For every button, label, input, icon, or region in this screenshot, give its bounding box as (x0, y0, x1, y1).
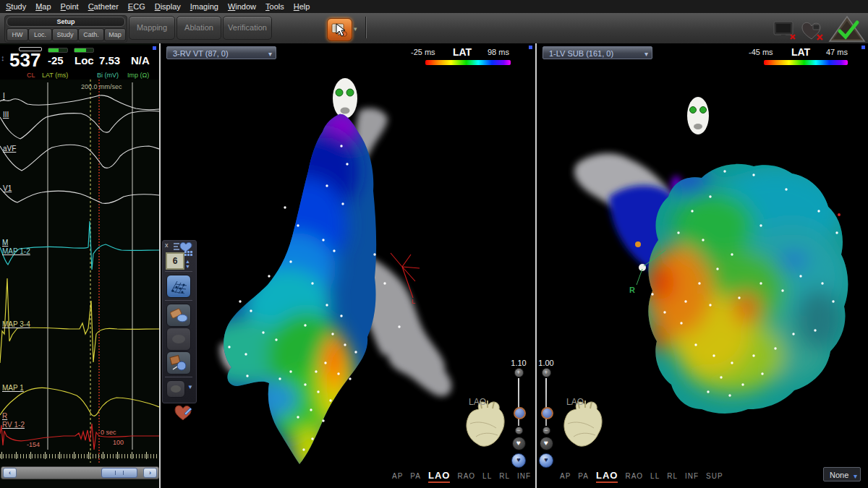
channel-cycle-icon[interactable]: ↕ (1, 53, 5, 62)
menu-map[interactable]: Map (35, 2, 51, 11)
rv-projection-label: LAO (469, 397, 486, 407)
rv-orientation-row: AP PA LAO RAO LL RL INF SUP (392, 470, 556, 483)
menu-bar: Study Map Point Catheter ECG Display Ima… (0, 0, 868, 13)
annotation-min: -154 (27, 441, 40, 448)
trace-label-R: R (2, 412, 7, 420)
trace-label-aVF: aVF (3, 145, 16, 153)
lv-3d-map[interactable]: R LAO (537, 43, 868, 488)
orient-rao[interactable]: RAO (625, 472, 643, 480)
rv-color-scale-bar[interactable] (425, 60, 511, 65)
lv-zoom-value: 1.00 (537, 359, 556, 367)
count-up-arrow[interactable]: ▲ (185, 259, 192, 264)
lv-map-viewport: R LAO 1-LV SUB (161, 0) ▾ -45 ms LAT 47 … (537, 43, 868, 488)
rotate-view-button[interactable]: ♥ (511, 453, 526, 468)
menu-ecg[interactable]: ECG (128, 2, 145, 11)
point-count-input[interactable]: 6 (166, 252, 184, 270)
sweep-speed-label: 200.0 mm/sec (81, 83, 122, 90)
orient-rao[interactable]: RAO (457, 472, 475, 480)
lv-map-surface[interactable] (638, 152, 855, 427)
menu-display[interactable]: Display (155, 2, 181, 11)
chevron-down-icon: ▾ (268, 48, 272, 61)
edit-heart-icon[interactable] (174, 403, 192, 422)
rotate-view-button[interactable]: ♥ (539, 453, 553, 468)
menu-tools[interactable]: Tools (265, 2, 284, 11)
zoom-handle[interactable] (514, 407, 526, 419)
trace-label-MAP1: MAP 1 (2, 384, 24, 392)
ecg-panel-corner-button[interactable] (153, 46, 156, 50)
setup-study-button[interactable]: Study (52, 28, 78, 41)
close-icon[interactable]: x (165, 241, 169, 249)
orient-ap[interactable]: AP (560, 472, 571, 480)
zoom-track[interactable] (518, 378, 519, 426)
lat-signal-bar (48, 48, 68, 53)
menu-window[interactable]: Window (228, 2, 256, 11)
orient-inf[interactable]: INF (517, 472, 531, 480)
lv-panel-corner-button[interactable] (861, 46, 865, 49)
rv-panel-corner-button[interactable] (529, 46, 532, 49)
pointer-tool-dropdown-chevron[interactable]: ▾ (354, 25, 357, 33)
count-down-arrow[interactable]: ▼ (185, 264, 192, 269)
orient-ll[interactable]: LL (482, 472, 492, 480)
orient-rl[interactable]: RL (499, 472, 510, 480)
mesh-fill-button[interactable] (166, 275, 191, 298)
orient-lao[interactable]: LAO (428, 470, 450, 483)
impedance-value: N/A (131, 54, 150, 67)
orient-ll[interactable]: LL (650, 472, 660, 480)
zoom-out-button[interactable]: − (515, 427, 523, 435)
rv-map-selector[interactable]: 3-RV VT (87, 0) ▾ (166, 46, 276, 59)
orient-rl[interactable]: RL (667, 472, 678, 480)
menu-help[interactable]: Help (294, 2, 310, 11)
setup-map-button[interactable]: Map (104, 28, 126, 41)
scroll-left-button[interactable]: ‹ (3, 468, 17, 478)
center-heart-button[interactable]: ♥ (512, 437, 526, 450)
setup-group: Setup HW Loc. Study Cath. Map (4, 15, 127, 43)
ecg-trace-area[interactable]: 200.0 mm/sec I III aVF V1 M MAP 1-2 MAP … (0, 80, 159, 463)
lv-scale-min: -45 ms (749, 48, 773, 56)
zoom-in-button[interactable]: + (514, 368, 524, 377)
menu-imaging[interactable]: Imaging (190, 2, 218, 11)
setup-group-title: Setup (7, 17, 125, 27)
scroll-right-button[interactable]: › (143, 468, 157, 478)
rv-scale-title: LAT (453, 46, 472, 58)
zoom-handle[interactable] (541, 407, 553, 419)
trace-label-MAP34: MAP 3-4 (2, 320, 30, 328)
lv-orientation-row: AP PA LAO RAO LL RL INF SUP (560, 470, 723, 483)
setup-hw-button[interactable]: HW (7, 28, 28, 41)
zoom-track[interactable] (545, 378, 547, 426)
setup-loc-button[interactable]: Loc. (28, 28, 52, 41)
verification-mode-button[interactable]: Verification (223, 16, 272, 40)
setup-cath-button[interactable]: Cath. (78, 28, 104, 41)
orient-lao[interactable]: LAO (596, 470, 618, 483)
menu-study[interactable]: Study (6, 2, 26, 11)
rv-map-viewport: L LAO 3-RV VT (87, 0) ▾ -25 ms LAT 98 ms… (161, 43, 535, 488)
bipolar-value: 7.53 (99, 54, 120, 67)
lv-reference-heart (564, 401, 602, 446)
mapping-mode-button[interactable]: Mapping (129, 16, 175, 40)
lv-color-scale-bar[interactable] (764, 60, 848, 65)
scrollbar-thumb[interactable] (101, 468, 137, 478)
orient-pa[interactable]: PA (410, 472, 421, 480)
verification-status-icon[interactable] (828, 15, 866, 43)
eraser-tool-button[interactable] (166, 304, 191, 327)
orient-sup[interactable]: SUP (706, 472, 723, 480)
lv-map-selector[interactable]: 1-LV SUB (161, 0) ▾ (542, 46, 652, 59)
fill-threshold-value: None (830, 471, 848, 479)
orient-ap[interactable]: AP (392, 472, 403, 480)
orient-inf[interactable]: INF (685, 472, 699, 480)
reference-heart-offline-icon (800, 20, 826, 42)
toolbar-divider (165, 271, 192, 272)
more-tools-chevron[interactable]: ▼ (187, 384, 193, 390)
center-heart-button[interactable]: ♥ (540, 437, 553, 450)
orient-pa[interactable]: PA (578, 472, 589, 480)
menu-catheter[interactable]: Catheter (88, 2, 119, 11)
rv-map-surface[interactable] (200, 101, 392, 477)
rv-3d-map[interactable]: L LAO (161, 43, 535, 488)
design-line-button[interactable] (166, 351, 191, 374)
zoom-out-button[interactable]: − (542, 427, 550, 435)
menu-point[interactable]: Point (61, 2, 79, 11)
ecg-scrollbar[interactable]: ‹ › (1, 466, 159, 479)
fast-anatomical-map-icon[interactable] (173, 241, 193, 252)
ablation-mode-button[interactable]: Ablation (176, 16, 221, 40)
zoom-in-button[interactable]: + (542, 368, 551, 377)
fill-threshold-selector[interactable]: None ▾ (823, 467, 861, 481)
